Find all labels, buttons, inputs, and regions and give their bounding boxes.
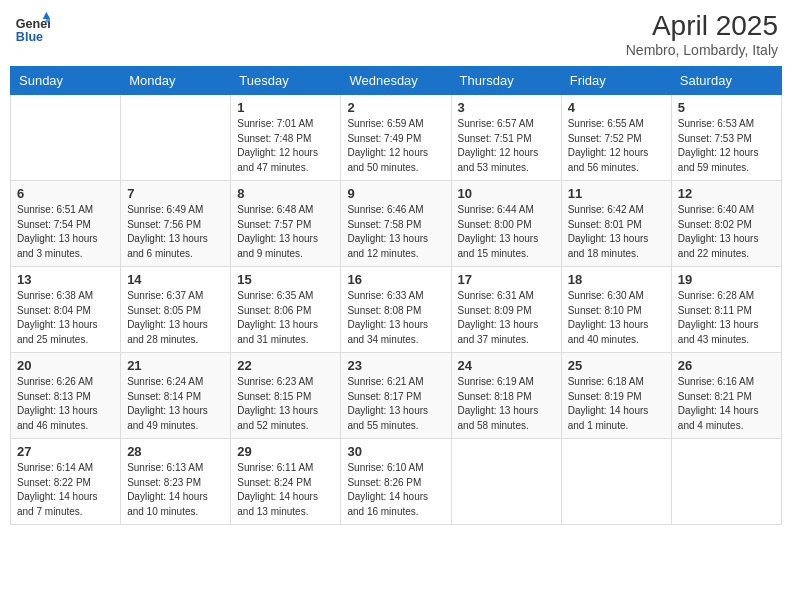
day-number: 16 bbox=[347, 272, 444, 287]
week-row-1: 1Sunrise: 7:01 AMSunset: 7:48 PMDaylight… bbox=[11, 95, 782, 181]
calendar-cell: 26Sunrise: 6:16 AMSunset: 8:21 PMDayligh… bbox=[671, 353, 781, 439]
calendar-cell: 13Sunrise: 6:38 AMSunset: 8:04 PMDayligh… bbox=[11, 267, 121, 353]
calendar-cell: 19Sunrise: 6:28 AMSunset: 8:11 PMDayligh… bbox=[671, 267, 781, 353]
calendar-cell: 10Sunrise: 6:44 AMSunset: 8:00 PMDayligh… bbox=[451, 181, 561, 267]
day-info: Sunrise: 6:23 AMSunset: 8:15 PMDaylight:… bbox=[237, 375, 334, 433]
day-info: Sunrise: 6:10 AMSunset: 8:26 PMDaylight:… bbox=[347, 461, 444, 519]
day-info: Sunrise: 6:38 AMSunset: 8:04 PMDaylight:… bbox=[17, 289, 114, 347]
day-number: 9 bbox=[347, 186, 444, 201]
calendar-table: SundayMondayTuesdayWednesdayThursdayFrid… bbox=[10, 66, 782, 525]
title-section: April 2025 Nembro, Lombardy, Italy bbox=[626, 10, 778, 58]
weekday-header-wednesday: Wednesday bbox=[341, 67, 451, 95]
day-number: 10 bbox=[458, 186, 555, 201]
day-number: 18 bbox=[568, 272, 665, 287]
logo: General Blue bbox=[14, 10, 50, 46]
weekday-header-row: SundayMondayTuesdayWednesdayThursdayFrid… bbox=[11, 67, 782, 95]
day-number: 27 bbox=[17, 444, 114, 459]
weekday-header-sunday: Sunday bbox=[11, 67, 121, 95]
calendar-cell: 11Sunrise: 6:42 AMSunset: 8:01 PMDayligh… bbox=[561, 181, 671, 267]
weekday-header-monday: Monday bbox=[121, 67, 231, 95]
day-info: Sunrise: 6:53 AMSunset: 7:53 PMDaylight:… bbox=[678, 117, 775, 175]
calendar-cell bbox=[561, 439, 671, 525]
day-info: Sunrise: 7:01 AMSunset: 7:48 PMDaylight:… bbox=[237, 117, 334, 175]
calendar-cell: 16Sunrise: 6:33 AMSunset: 8:08 PMDayligh… bbox=[341, 267, 451, 353]
svg-text:Blue: Blue bbox=[16, 30, 43, 44]
calendar-cell: 23Sunrise: 6:21 AMSunset: 8:17 PMDayligh… bbox=[341, 353, 451, 439]
calendar-cell: 1Sunrise: 7:01 AMSunset: 7:48 PMDaylight… bbox=[231, 95, 341, 181]
day-info: Sunrise: 6:33 AMSunset: 8:08 PMDaylight:… bbox=[347, 289, 444, 347]
calendar-cell bbox=[671, 439, 781, 525]
logo-icon: General Blue bbox=[14, 10, 50, 46]
day-number: 13 bbox=[17, 272, 114, 287]
day-info: Sunrise: 6:28 AMSunset: 8:11 PMDaylight:… bbox=[678, 289, 775, 347]
calendar-cell: 22Sunrise: 6:23 AMSunset: 8:15 PMDayligh… bbox=[231, 353, 341, 439]
calendar-cell: 14Sunrise: 6:37 AMSunset: 8:05 PMDayligh… bbox=[121, 267, 231, 353]
day-number: 15 bbox=[237, 272, 334, 287]
calendar-cell: 27Sunrise: 6:14 AMSunset: 8:22 PMDayligh… bbox=[11, 439, 121, 525]
day-number: 21 bbox=[127, 358, 224, 373]
day-info: Sunrise: 6:24 AMSunset: 8:14 PMDaylight:… bbox=[127, 375, 224, 433]
weekday-header-saturday: Saturday bbox=[671, 67, 781, 95]
day-number: 26 bbox=[678, 358, 775, 373]
calendar-cell: 17Sunrise: 6:31 AMSunset: 8:09 PMDayligh… bbox=[451, 267, 561, 353]
weekday-header-tuesday: Tuesday bbox=[231, 67, 341, 95]
calendar-cell: 20Sunrise: 6:26 AMSunset: 8:13 PMDayligh… bbox=[11, 353, 121, 439]
week-row-4: 20Sunrise: 6:26 AMSunset: 8:13 PMDayligh… bbox=[11, 353, 782, 439]
day-info: Sunrise: 6:48 AMSunset: 7:57 PMDaylight:… bbox=[237, 203, 334, 261]
day-number: 5 bbox=[678, 100, 775, 115]
week-row-3: 13Sunrise: 6:38 AMSunset: 8:04 PMDayligh… bbox=[11, 267, 782, 353]
day-info: Sunrise: 6:35 AMSunset: 8:06 PMDaylight:… bbox=[237, 289, 334, 347]
day-info: Sunrise: 6:30 AMSunset: 8:10 PMDaylight:… bbox=[568, 289, 665, 347]
day-number: 22 bbox=[237, 358, 334, 373]
calendar-cell bbox=[11, 95, 121, 181]
week-row-5: 27Sunrise: 6:14 AMSunset: 8:22 PMDayligh… bbox=[11, 439, 782, 525]
week-row-2: 6Sunrise: 6:51 AMSunset: 7:54 PMDaylight… bbox=[11, 181, 782, 267]
day-info: Sunrise: 6:16 AMSunset: 8:21 PMDaylight:… bbox=[678, 375, 775, 433]
day-number: 2 bbox=[347, 100, 444, 115]
calendar-cell: 7Sunrise: 6:49 AMSunset: 7:56 PMDaylight… bbox=[121, 181, 231, 267]
page-header: General Blue April 2025 Nembro, Lombardy… bbox=[10, 10, 782, 58]
day-number: 29 bbox=[237, 444, 334, 459]
day-info: Sunrise: 6:21 AMSunset: 8:17 PMDaylight:… bbox=[347, 375, 444, 433]
day-number: 17 bbox=[458, 272, 555, 287]
day-info: Sunrise: 6:26 AMSunset: 8:13 PMDaylight:… bbox=[17, 375, 114, 433]
calendar-cell: 3Sunrise: 6:57 AMSunset: 7:51 PMDaylight… bbox=[451, 95, 561, 181]
calendar-cell: 12Sunrise: 6:40 AMSunset: 8:02 PMDayligh… bbox=[671, 181, 781, 267]
calendar-cell: 6Sunrise: 6:51 AMSunset: 7:54 PMDaylight… bbox=[11, 181, 121, 267]
day-info: Sunrise: 6:57 AMSunset: 7:51 PMDaylight:… bbox=[458, 117, 555, 175]
calendar-cell: 5Sunrise: 6:53 AMSunset: 7:53 PMDaylight… bbox=[671, 95, 781, 181]
calendar-cell: 28Sunrise: 6:13 AMSunset: 8:23 PMDayligh… bbox=[121, 439, 231, 525]
day-number: 24 bbox=[458, 358, 555, 373]
calendar-cell: 24Sunrise: 6:19 AMSunset: 8:18 PMDayligh… bbox=[451, 353, 561, 439]
day-info: Sunrise: 6:40 AMSunset: 8:02 PMDaylight:… bbox=[678, 203, 775, 261]
day-number: 7 bbox=[127, 186, 224, 201]
day-number: 3 bbox=[458, 100, 555, 115]
day-number: 4 bbox=[568, 100, 665, 115]
day-number: 19 bbox=[678, 272, 775, 287]
day-number: 12 bbox=[678, 186, 775, 201]
calendar-cell: 2Sunrise: 6:59 AMSunset: 7:49 PMDaylight… bbox=[341, 95, 451, 181]
day-info: Sunrise: 6:13 AMSunset: 8:23 PMDaylight:… bbox=[127, 461, 224, 519]
day-number: 28 bbox=[127, 444, 224, 459]
day-number: 14 bbox=[127, 272, 224, 287]
calendar-cell: 30Sunrise: 6:10 AMSunset: 8:26 PMDayligh… bbox=[341, 439, 451, 525]
calendar-cell: 15Sunrise: 6:35 AMSunset: 8:06 PMDayligh… bbox=[231, 267, 341, 353]
calendar-cell: 4Sunrise: 6:55 AMSunset: 7:52 PMDaylight… bbox=[561, 95, 671, 181]
day-number: 6 bbox=[17, 186, 114, 201]
day-number: 25 bbox=[568, 358, 665, 373]
day-info: Sunrise: 6:11 AMSunset: 8:24 PMDaylight:… bbox=[237, 461, 334, 519]
day-number: 1 bbox=[237, 100, 334, 115]
day-info: Sunrise: 6:18 AMSunset: 8:19 PMDaylight:… bbox=[568, 375, 665, 433]
calendar-cell: 8Sunrise: 6:48 AMSunset: 7:57 PMDaylight… bbox=[231, 181, 341, 267]
day-number: 23 bbox=[347, 358, 444, 373]
day-number: 8 bbox=[237, 186, 334, 201]
calendar-cell bbox=[121, 95, 231, 181]
day-info: Sunrise: 6:42 AMSunset: 8:01 PMDaylight:… bbox=[568, 203, 665, 261]
calendar-cell: 25Sunrise: 6:18 AMSunset: 8:19 PMDayligh… bbox=[561, 353, 671, 439]
day-info: Sunrise: 6:37 AMSunset: 8:05 PMDaylight:… bbox=[127, 289, 224, 347]
calendar-cell: 9Sunrise: 6:46 AMSunset: 7:58 PMDaylight… bbox=[341, 181, 451, 267]
day-number: 30 bbox=[347, 444, 444, 459]
day-number: 20 bbox=[17, 358, 114, 373]
calendar-cell bbox=[451, 439, 561, 525]
weekday-header-thursday: Thursday bbox=[451, 67, 561, 95]
